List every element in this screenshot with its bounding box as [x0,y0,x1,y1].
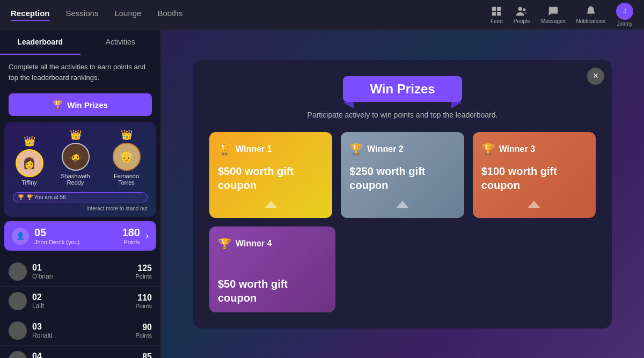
win-prizes-modal: × Win Prizes Participate actively to win… [193,60,612,328]
trophy-icon-3: 🏆 [481,143,495,156]
user-name-label: Jimmy [617,21,633,27]
you-badge: 🏆 🏆 You are at 56 [13,192,148,202]
lb-name-3: Ronald [32,332,130,339]
modal-title: Win Prizes [343,76,462,102]
rank-number: 05 [34,227,117,239]
lb-pts-num-1: 125 [135,264,152,273]
lb-info-2: 02 Lalit [32,293,130,310]
top3-name-1: Tiffiny [21,179,37,186]
lb-item-3: 03 Ronald 90 Points [0,316,160,346]
prize-card-winner2: 🏆 Winner 2 $250 worth gift coupon [341,132,464,218]
top3-item-3: 👑 👴 Fernando Torres [108,129,145,186]
chevron-right-icon: › [145,230,149,242]
lb-pts-2: 110 Points [135,293,152,309]
modal-title-wrapper: Win Prizes [209,76,596,102]
prize-label-1: Winner 1 [236,144,272,154]
prizes-grid: 🏆 Winner 1 $500 worth gift coupon 🏆 Winn… [209,132,596,218]
lb-info-4: 04 Derek [32,352,130,358]
lb-pts-num-2: 110 [135,293,152,303]
people-icon-nav[interactable]: People [514,5,530,24]
lb-pts-num-3: 90 [135,323,152,332]
lb-item-2: 02 Lalit 110 Points [0,287,160,316]
trophy-small-icon: 🏆 [18,194,24,200]
modal-close-button[interactable]: × [587,68,604,85]
lb-pts-num-4: 85 [135,352,152,358]
prize-placeholder [344,227,596,312]
tab-sessions[interactable]: Sessions [66,9,99,21]
prize-header-1: 🏆 Winner 1 [218,143,324,156]
tab-booths[interactable]: Booths [157,9,182,21]
top3-item-1: 👑 👩 Tiffiny [16,135,43,186]
sidebar-tabs: Leaderboard Activities [0,30,160,55]
feed-label: Feed [491,18,503,24]
rank-user-name: Jhon Derrik (you) [34,239,117,245]
trophy-icon-1: 🏆 [218,143,231,156]
lb-item-1: 01 O'brian 125 Points [0,257,160,287]
current-user-rank[interactable]: 👤 05 Jhon Derrik (you) 180 Points › [4,221,156,251]
lb-pts-label-3: Points [135,332,152,339]
lb-rank-3: 03 [32,322,130,332]
top3-avatars: 👑 👩 Tiffiny 👑 🧔 Shashwath Reddy 👑 👴 Fern… [9,129,152,190]
lb-info-1: 01 O'brian [32,263,130,280]
tab-lounge[interactable]: Lounge [114,9,141,21]
you-badge-text: 🏆 You are at 56 [26,194,66,200]
trophy-icon-2: 🏆 [349,143,363,156]
sidebar-tab-activities[interactable]: Activities [80,30,161,55]
prize-arrow-3 [481,201,587,210]
prize-amount-1: $500 worth gift coupon [218,164,324,192]
sidebar-tab-leaderboard[interactable]: Leaderboard [0,30,80,55]
lb-pts-3: 90 Points [135,323,152,339]
svg-rect-0 [492,7,496,11]
top3-name-3: Fernando Torres [108,173,145,186]
lb-pts-label-2: Points [135,303,152,309]
main-content: × Win Prizes Participate actively to win… [161,30,644,358]
modal-subtitle: Participate actively to win points and t… [209,111,596,119]
rank-points: 180 Points [122,227,140,245]
prize-label-4: Winner 4 [236,239,272,249]
prize-amount-3: $100 worth gift coupon [481,164,587,192]
prize-card-winner1: 🏆 Winner 1 $500 worth gift coupon [209,132,332,218]
user-avatar-nav[interactable]: J Jimmy [616,3,633,27]
prize-header-4: 🏆 Winner 4 [218,237,327,250]
prize-card-winner4: 🏆 Winner 4 $50 worth gift coupon [209,227,335,312]
feed-icon-nav[interactable]: Feed [491,5,503,24]
lb-info-3: 03 Ronald [32,322,130,339]
crown-silver-icon: 👑 [70,129,82,141]
messages-icon-nav[interactable]: Messages [541,5,566,24]
lb-pts-label-1: Points [135,273,152,280]
crown-bronze-icon: 👑 [121,129,133,141]
win-prizes-button-label: Win Prizes [67,100,108,109]
prize-card-winner3: 🏆 Winner 3 $100 worth gift coupon [473,132,596,218]
svg-point-5 [523,9,526,12]
lb-avatar-2 [9,292,27,310]
trophy-icon-4: 🏆 [218,237,231,250]
svg-rect-1 [497,7,501,11]
main-layout: Leaderboard Activities Complete all the … [0,30,644,358]
rank-info: 05 Jhon Derrik (you) [34,227,117,245]
rank-avatar-circle: 👤 [12,228,29,245]
lb-item-4: 04 Derek 85 Points [0,346,160,358]
lb-avatar-4 [9,351,27,358]
top3-section: 👑 👩 Tiffiny 👑 🧔 Shashwath Reddy 👑 👴 Fern… [4,122,156,217]
prize-amount-4: $50 worth gift coupon [218,277,327,305]
messages-label: Messages [541,18,566,24]
sidebar: Leaderboard Activities Complete all the … [0,30,161,358]
sidebar-description: Complete all the activities to earn poin… [0,55,160,89]
tab-reception[interactable]: Reception [11,9,50,21]
leaderboard-list: 01 O'brian 125 Points 02 Lalit 110 Point… [0,255,160,358]
crown-gold-icon: 👑 [24,135,35,147]
rank-points-label: Points [122,239,140,245]
avatar-shashwath: 🧔 [62,143,90,171]
notifications-icon-nav[interactable]: Notifications [576,5,605,24]
nav-icons: Feed People Messages Notifications J Jim… [491,3,633,27]
prize-header-2: 🏆 Winner 2 [349,143,455,156]
svg-rect-3 [497,12,501,16]
win-prizes-button[interactable]: 🏆 Win Prizes [9,93,152,116]
lb-rank-4: 04 [32,352,130,358]
avatar: J [616,3,633,20]
prize-arrow-1 [218,201,324,210]
interact-hint: Interact more to stand out [9,204,152,213]
notifications-label: Notifications [576,18,605,24]
lb-avatar-1 [9,262,27,281]
prize-arrow-2 [349,201,455,210]
